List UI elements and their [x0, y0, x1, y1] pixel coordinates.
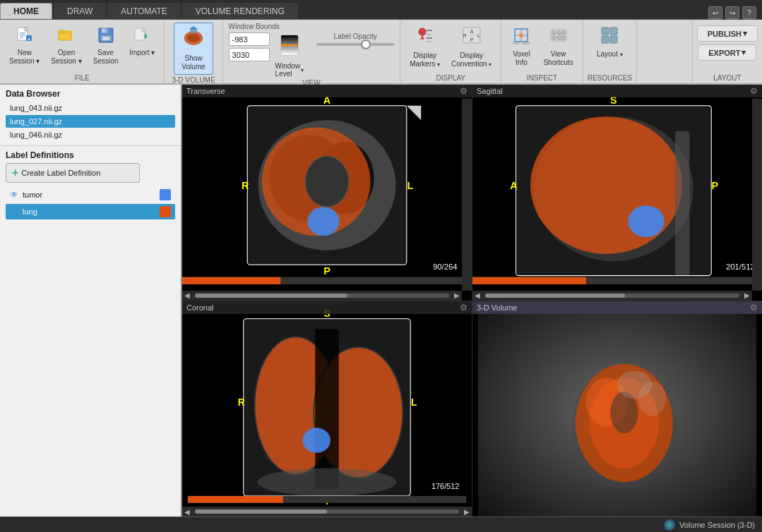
- svg-rect-54: [602, 28, 609, 35]
- viewport-grid: Transverse ⚙: [182, 85, 762, 516]
- svg-rect-5: [20, 37, 23, 38]
- transverse-ct-view: A P R L 90/264: [182, 85, 472, 301]
- sagittal-scrollbar-h[interactable]: ◀ ▶: [472, 291, 752, 301]
- status-text: Volume Session (3-D): [664, 519, 755, 531]
- export-button[interactable]: EXPORT ▾: [697, 44, 758, 61]
- new-session-button[interactable]: + NewSession ▾: [4, 23, 44, 69]
- label-opacity-group: Label Opacity: [316, 32, 394, 46]
- coronal-scroll-right[interactable]: ▶: [462, 507, 472, 516]
- viewport-coronal-header: Coronal ⚙: [182, 301, 472, 314]
- view-shortcuts-label: ViewShortcuts: [543, 50, 573, 67]
- layout-icon: [600, 26, 619, 49]
- file-item-2[interactable]: lung_046.nii.gz: [6, 128, 175, 141]
- viewport-sagittal[interactable]: Sagittal ⚙ S I A P 201/512: [472, 85, 762, 301]
- svg-text:90/264: 90/264: [433, 262, 457, 271]
- create-label-definition-button[interactable]: + Create Label Definition: [6, 163, 140, 183]
- new-session-icon: +: [16, 26, 34, 47]
- tab-home[interactable]: HOME: [0, 3, 52, 19]
- svg-text:HU: -983: HU: -983: [513, 41, 530, 45]
- transverse-scrollbar-v[interactable]: [462, 99, 472, 291]
- publish-export-buttons: PUBLISH ▾ EXPORT ▾: [697, 25, 758, 61]
- svg-point-113: [638, 381, 666, 416]
- coronal-scroll-left[interactable]: ◀: [182, 507, 192, 516]
- redo-button[interactable]: ↪: [725, 6, 739, 19]
- ribbon: + NewSession ▾ OpenSession ▾ SaveSession: [0, 20, 762, 85]
- voxel-info-icon: HU: -983: [512, 26, 530, 49]
- ribbon-file-items: + NewSession ▾ OpenSession ▾ SaveSession: [4, 23, 160, 73]
- ribbon-inspect-items: HU: -983 VoxelInfo ViewSh: [506, 23, 578, 73]
- status-bar: Volume Session (3-D): [0, 516, 762, 532]
- transverse-scroll-right[interactable]: ▶: [452, 291, 462, 301]
- coronal-ct-view: S I R L 176/512: [182, 301, 472, 517]
- tab-draw[interactable]: DRAW: [54, 3, 106, 19]
- svg-rect-3: [20, 32, 25, 34]
- viewport-coronal-settings[interactable]: ⚙: [460, 303, 468, 313]
- label-defs-title: Label Definitions: [6, 150, 175, 160]
- tab-volume-rendering[interactable]: VOLUME RENDERING: [182, 3, 298, 19]
- svg-text:+: +: [27, 36, 30, 42]
- show-volume-button[interactable]: ShowVolume: [174, 23, 213, 75]
- eye-icon-tumor[interactable]: 👁: [10, 190, 18, 200]
- svg-text:176/512: 176/512: [431, 482, 459, 490]
- sagittal-scroll-left[interactable]: ◀: [472, 291, 482, 301]
- display-convention-icon: A R L P: [462, 26, 482, 50]
- 3dvolume-view: [472, 301, 762, 517]
- viewport-sagittal-settings[interactable]: ⚙: [750, 86, 758, 96]
- open-session-button[interactable]: OpenSession ▾: [46, 23, 86, 69]
- viewport-3dvolume[interactable]: 3-D Volume ⚙: [472, 301, 762, 517]
- tab-automate[interactable]: AUTOMATE: [107, 3, 181, 19]
- view-shortcuts-button[interactable]: ViewShortcuts: [538, 23, 578, 71]
- undo-button[interactable]: ↩: [708, 6, 722, 19]
- viewport-sagittal-header: Sagittal ⚙: [472, 85, 762, 97]
- window-min-input[interactable]: [229, 32, 270, 46]
- svg-text:R: R: [242, 180, 249, 191]
- viewport-transverse-settings[interactable]: ⚙: [460, 86, 468, 96]
- viewport-coronal[interactable]: Coronal ⚙ S I: [182, 301, 472, 517]
- save-session-button[interactable]: SaveSession: [88, 23, 124, 69]
- window-level-group: WindowLevel ▾: [275, 34, 304, 78]
- viewport-coronal-title: Coronal: [186, 303, 214, 312]
- svg-rect-51: [562, 31, 565, 35]
- import-button[interactable]: Import ▾: [124, 23, 160, 61]
- viewport-sagittal-title: Sagittal: [477, 87, 503, 95]
- svg-rect-74: [182, 277, 280, 284]
- svg-rect-16: [102, 37, 109, 40]
- file-group-label: FILE: [75, 73, 90, 83]
- svg-text:A: A: [510, 180, 517, 191]
- layout-button[interactable]: Layout ▾: [592, 23, 628, 62]
- publish-export-group: PUBLISH ▾ EXPORT ▾ LAYOUT: [692, 20, 762, 83]
- window-max-input[interactable]: [229, 48, 270, 61]
- transverse-scrollbar-h[interactable]: ◀ ▶: [182, 291, 462, 301]
- display-markers-button[interactable]: DisplayMarkers ▾: [405, 23, 445, 72]
- publish-button[interactable]: PUBLISH ▾: [697, 25, 758, 42]
- publish-dropdown-arrow: ▾: [743, 29, 747, 38]
- label-item-tumor[interactable]: 👁 tumor: [6, 187, 175, 202]
- viewport-transverse-header: Transverse ⚙: [182, 85, 472, 97]
- display-markers-label: DisplayMarkers ▾: [410, 52, 440, 68]
- svg-point-30: [419, 28, 426, 35]
- sagittal-scrollbar-v[interactable]: [752, 99, 762, 291]
- save-session-icon: [97, 26, 115, 47]
- svg-rect-95: [315, 329, 339, 489]
- display-convention-button[interactable]: A R L P DisplayConvention ▾: [446, 23, 496, 72]
- ribbon-resources-items: Layout ▾: [592, 23, 628, 73]
- coronal-scrollbar-h[interactable]: ◀ ▶: [182, 507, 472, 516]
- transverse-scroll-left[interactable]: ◀: [182, 291, 192, 301]
- label-item-lung[interactable]: 👁 lung: [6, 204, 175, 219]
- tab-bar: HOME DRAW AUTOMATE VOLUME RENDERING ↩ ↪ …: [0, 0, 762, 20]
- sagittal-scroll-right[interactable]: ▶: [742, 291, 752, 301]
- sagittal-ct-view: S I A P 201/512: [472, 85, 762, 301]
- svg-rect-4: [20, 35, 25, 36]
- help-button[interactable]: ?: [742, 6, 756, 19]
- viewport-transverse[interactable]: Transverse ⚙: [182, 85, 472, 301]
- voxel-info-button[interactable]: HU: -983 VoxelInfo: [506, 23, 537, 71]
- eye-icon-lung[interactable]: 👁: [10, 207, 18, 217]
- label-definitions-section: Label Definitions + Create Label Definit…: [0, 146, 181, 516]
- label-opacity-slider[interactable]: [316, 43, 394, 46]
- svg-text:201/512: 201/512: [726, 262, 755, 271]
- svg-rect-10: [59, 30, 64, 32]
- ribbon-inspect-group: HU: -983 VoxelInfo ViewSh: [501, 20, 583, 83]
- file-item-1[interactable]: lung_027.nii.gz: [6, 115, 175, 128]
- file-item-0[interactable]: lung_043.nii.gz: [6, 102, 175, 114]
- viewport-3dvolume-settings[interactable]: ⚙: [750, 303, 758, 313]
